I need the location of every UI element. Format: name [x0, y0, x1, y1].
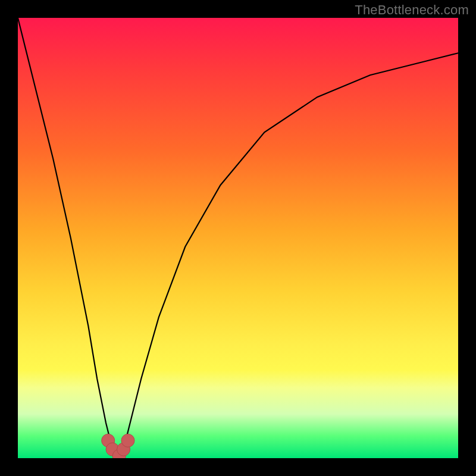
curve-markers	[102, 434, 134, 458]
outer-frame: TheBottleneck.com	[0, 0, 476, 476]
plot-area	[18, 18, 458, 458]
bottleneck-curve-svg	[18, 18, 458, 458]
curve-marker	[121, 434, 134, 447]
bottleneck-curve	[18, 18, 458, 456]
watermark-text: TheBottleneck.com	[355, 2, 469, 18]
